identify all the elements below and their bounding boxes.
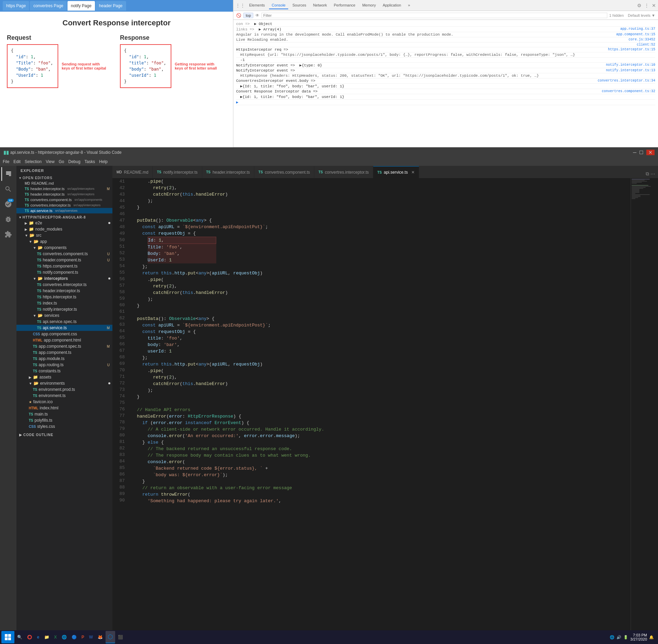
tree-https-interceptor[interactable]: TS https.interceptor.ts [16,294,112,300]
tree-index-ts[interactable]: TS index.ts [16,300,112,306]
taskbar-terminal[interactable]: ⬛ [116,631,125,643]
tree-index-html[interactable]: HTML index.html [16,405,112,411]
devtools-close-icon[interactable]: ✕ [652,3,656,8]
window-close-icon[interactable]: ✕ [646,150,655,155]
tree-styles-css[interactable]: CSS styles.css [16,423,112,430]
menu-go[interactable]: Go [59,159,64,164]
tree-app-component-html[interactable]: HTML app.component.html [16,337,112,343]
tree-convertres-component[interactable]: TS convertres.component.ts U [16,251,112,257]
tree-app[interactable]: ▼ 📂 app [16,238,112,245]
editor-tab-convertres-interceptor[interactable]: TS convertres.interceptor.ts [314,166,373,178]
devtools-tab-elements[interactable]: Elements [246,2,268,9]
notification-icon[interactable]: 🔔 [649,635,654,640]
tree-header-interceptor[interactable]: TS header.interceptor.ts [16,288,112,294]
tree-main-ts[interactable]: TS main.ts [16,411,112,417]
devtools-drag-icon[interactable]: ⋮⋮ [235,3,245,8]
open-editors-header[interactable]: ▾ OPEN EDITORS [16,175,112,181]
taskbar-cortana[interactable]: ⭕ [25,631,34,643]
devtools-tab-performance[interactable]: Performance [331,2,358,9]
tree-favicon[interactable]: ★ favicon.ico [16,399,112,405]
tree-node-modules[interactable]: ▶ 📁 node_modules [16,226,112,232]
tree-https-component[interactable]: TS https.component.ts [16,263,112,269]
devtools-tab-console[interactable]: Console [269,2,288,9]
open-editor-convertres-component[interactable]: TS convertres.component.ts src\app\compo… [16,197,112,202]
editor-tab-api-service[interactable]: TS api.service.ts ✕ [373,166,419,178]
menu-edit[interactable]: Edit [13,159,21,164]
tree-components[interactable]: ▼ 📂 components [16,245,112,251]
window-restore-icon[interactable]: ☐ [639,150,644,155]
tree-constants[interactable]: TS constants.ts [16,368,112,374]
menu-debug[interactable]: Debug [68,159,80,164]
tree-environments[interactable]: ▼ 📂 environments [16,380,112,386]
editor-tab-header-interceptor[interactable]: TS header.interceptor.ts [202,166,255,178]
tree-convertres-interceptor[interactable]: TS convertres.interceptor.ts [16,282,112,288]
tree-app-routing[interactable]: TS app.routing.ts U [16,362,112,368]
tree-polyfills[interactable]: TS polyfills.ts [16,417,112,423]
devtools-filter-input[interactable] [261,13,607,18]
taskbar-ie[interactable]: e [35,631,41,643]
devtools-levels-dropdown[interactable]: Default levels ▼ [628,13,655,17]
devtools-tab-application[interactable]: Application [380,2,404,9]
more-actions-icon[interactable]: ⋯ [650,171,655,177]
code-editor[interactable]: .pipe( retry(2), catchError(this.handleE… [129,178,631,636]
open-editor-header-interceptor[interactable]: TS header.interceptor.ts src\app\interce… [16,186,112,191]
activity-search[interactable] [1,182,15,196]
tree-env-prod[interactable]: TS environment.prod.ts [16,386,112,393]
tree-notify-component[interactable]: TS notify.component.ts [16,269,112,275]
activity-extensions[interactable] [1,227,15,241]
devtools-eye-icon[interactable]: 👁 [255,13,259,18]
menu-tasks[interactable]: Tasks [85,159,95,164]
taskbar-browser[interactable]: 🌐 [60,631,69,643]
tree-services[interactable]: ▼ 📂 services [16,312,112,319]
open-editor-api-service[interactable]: TS api.service.ts src\app\services [16,208,112,213]
split-editor-icon[interactable]: ⧉ [646,171,649,177]
window-minimize-icon[interactable]: ─ [633,150,636,155]
battery-icon[interactable]: 🔋 [623,635,628,640]
taskbar-search[interactable]: 🔍 [15,631,24,643]
browser-tab-header[interactable]: header Page [96,1,126,11]
menu-file[interactable]: File [3,159,9,164]
activity-debug[interactable] [1,212,15,226]
tree-app-component-ts[interactable]: TS app.component.ts [16,349,112,356]
devtools-tab-memory[interactable]: Memory [360,2,379,9]
project-header[interactable]: ▾ HTTPINTERCEPTOR-ANGULAR-8 [16,215,112,220]
devtools-tab-more[interactable]: » [405,2,413,9]
devtools-top-filter[interactable]: top [243,13,253,18]
menu-selection[interactable]: Selection [25,159,41,164]
taskbar-folder[interactable]: 📁 [42,631,51,643]
taskbar-word[interactable]: W [87,631,95,643]
menu-view[interactable]: View [46,159,54,164]
browser-tab-notify[interactable]: notify Page [68,1,95,11]
devtools-tab-network[interactable]: Network [310,2,330,9]
activity-explorer[interactable] [1,167,15,181]
taskbar-vscode[interactable]: ⬡ [106,631,115,643]
close-tab-icon[interactable]: ✕ [411,170,415,175]
open-editor-convertres-interceptor[interactable]: TS convertres.interceptor.ts src\app\int… [16,202,112,208]
taskbar-firefox[interactable]: 🦊 [96,631,105,643]
tree-header-component[interactable]: TS header.component.ts U [16,257,112,263]
taskbar-chrome[interactable]: 🔵 [70,631,79,643]
browser-tab-convertres[interactable]: convertres Page [30,1,66,11]
tree-src[interactable]: ▼ 📂 src [16,232,112,238]
devtools-more-icon[interactable]: ⋮ [644,3,649,8]
tree-api-service-spec[interactable]: TS api.service.spec.ts [16,319,112,325]
browser-tab-https[interactable]: https Page [3,1,29,11]
tree-assets[interactable]: ▶ 📁 assets [16,374,112,380]
tree-app-component-css[interactable]: CSS app.component.css [16,331,112,337]
volume-icon[interactable]: 🔊 [617,635,621,640]
open-editor-readme[interactable]: MD README.md [16,181,112,186]
network-icon[interactable]: 🌐 [610,635,614,640]
activity-git[interactable]: 44 [1,197,15,211]
tree-notify-interceptor[interactable]: TS notify.interceptor.ts [16,306,112,312]
tree-interceptors[interactable]: ▼ 📂 interceptors [16,275,112,282]
code-outline-header[interactable]: ▶ CODE OUTLINE [16,432,112,437]
devtools-settings-icon[interactable]: ⚙ [637,3,642,8]
devtools-tab-sources[interactable]: Sources [290,2,309,9]
open-editor-header-interceptor2[interactable]: TS header.interceptor.ts src\app\interce… [16,191,112,197]
editor-tab-notify-interceptor[interactable]: TS notify.interceptor.ts [153,166,202,178]
menu-help[interactable]: Help [99,159,108,164]
tree-env[interactable]: TS environment.ts [16,393,112,399]
taskbar-excel[interactable]: X [52,631,59,643]
tree-app-module[interactable]: TS app.module.ts [16,356,112,362]
taskbar-clock[interactable]: 7:03 PM 3/27/2020 [630,633,647,641]
